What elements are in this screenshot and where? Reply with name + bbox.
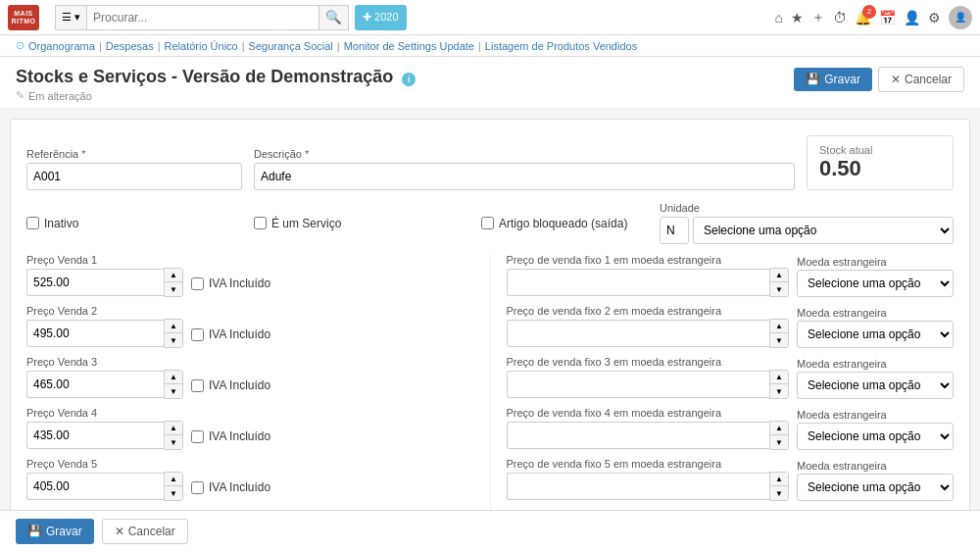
- row-ref-desc: Referência * Descrição * Stock atual 0.5…: [26, 135, 954, 190]
- moeda-3-group: Moeda estrangeira Selecione uma opção: [797, 358, 954, 399]
- spinner-f5: ▲ ▼: [769, 472, 789, 501]
- iva-2-checkbox[interactable]: [191, 328, 204, 341]
- preco-venda-5-label: Preço Venda 5: [26, 458, 183, 470]
- footer-cancel-button[interactable]: ✕ Cancelar: [102, 519, 188, 544]
- preco-venda-2-input[interactable]: [26, 320, 164, 347]
- preco-fixo-5-input[interactable]: [507, 473, 770, 500]
- spinner-f5-down[interactable]: ▼: [770, 486, 788, 500]
- preco-fixo-1-spinner: ▲ ▼: [507, 268, 790, 297]
- settings-icon[interactable]: ⚙: [928, 10, 941, 25]
- preco-venda-5-input[interactable]: [26, 473, 164, 500]
- header-cancel-button[interactable]: ✕ Cancelar: [878, 67, 964, 92]
- notification-icon[interactable]: 🔔 2: [855, 10, 871, 25]
- search-go-button[interactable]: 🔍: [319, 5, 349, 30]
- spinner-3-up[interactable]: ▲: [165, 371, 182, 384]
- sep3: |: [242, 40, 245, 52]
- spinner-f2-down[interactable]: ▼: [770, 333, 788, 347]
- topnav: MAIS RITMO ☰ ▾ 🔍 ✚ 2020 ⌂ ★ ＋ ⏱ 🔔 2 📅 👤 …: [0, 0, 980, 35]
- preco-fixo-3-input[interactable]: [507, 371, 770, 398]
- inativo-checkbox[interactable]: [26, 217, 39, 229]
- spinner-4-down[interactable]: ▼: [165, 435, 182, 449]
- spinner-1-down[interactable]: ▼: [165, 282, 182, 296]
- preco-fixo-5-row: Preço de venda fixo 5 em moeda estrangei…: [507, 458, 955, 501]
- breadcrumb-despesas[interactable]: Despesas: [106, 40, 154, 52]
- moeda-5-select[interactable]: Selecione uma opção: [797, 474, 954, 501]
- spinner-f2-up[interactable]: ▲: [770, 320, 788, 333]
- plus-icon[interactable]: ＋: [811, 9, 825, 26]
- moeda-3-select[interactable]: Selecione uma opção: [797, 372, 954, 399]
- eservico-label: É um Serviço: [271, 217, 341, 230]
- descricao-input[interactable]: [254, 163, 795, 190]
- prices-right: Preço de venda fixo 1 em moeda estrangei…: [490, 254, 955, 509]
- spinner-f3-up[interactable]: ▲: [770, 371, 788, 384]
- iva-5-checkbox[interactable]: [191, 481, 204, 494]
- breadcrumb-seguranca[interactable]: Segurança Social: [249, 40, 333, 52]
- stock-atual-box: Stock atual 0.50: [807, 135, 954, 190]
- spinner-f5-up[interactable]: ▲: [770, 473, 788, 486]
- spinner-1-up[interactable]: ▲: [165, 269, 182, 282]
- logo-icon: MAIS RITMO: [8, 5, 39, 30]
- preco-venda-1-input[interactable]: [26, 269, 164, 296]
- preco-venda-2-label: Preço Venda 2: [26, 305, 183, 317]
- preco-fixo-1-input[interactable]: [507, 269, 770, 296]
- spinner-f3-down[interactable]: ▼: [770, 384, 788, 398]
- footer-save-button[interactable]: 💾 Gravar: [16, 519, 94, 544]
- search-menu-button[interactable]: ☰ ▾: [55, 5, 86, 30]
- unidade-n-input[interactable]: [660, 217, 689, 244]
- group-unidade: Unidade Selecione uma opção: [660, 202, 954, 244]
- spinner-3-down[interactable]: ▼: [165, 384, 182, 398]
- preco-fixo-2-input[interactable]: [507, 320, 770, 347]
- moeda-2-select[interactable]: Selecione uma opção: [797, 321, 954, 348]
- spinner-2-up[interactable]: ▲: [165, 320, 182, 333]
- preco-fixo-5-label: Preço de venda fixo 5 em moeda estrangei…: [507, 458, 790, 470]
- preco-venda-3-input[interactable]: [26, 371, 164, 398]
- footer-cancel-icon: ✕: [115, 525, 124, 538]
- iva-4-checkbox[interactable]: [191, 430, 204, 443]
- page-footer: 💾 Gravar ✕ Cancelar: [0, 510, 980, 552]
- year-button[interactable]: ✚ 2020: [355, 5, 407, 30]
- unidade-label: Unidade: [660, 202, 954, 214]
- header-save-button[interactable]: 💾 Gravar: [794, 68, 872, 91]
- spinner-f1-up[interactable]: ▲: [770, 269, 788, 282]
- preco-venda-5-spinner: ▲ ▼: [26, 472, 183, 501]
- preco-fixo-2-label: Preço de venda fixo 2 em moeda estrangei…: [507, 305, 790, 317]
- prices-container: Preço Venda 1 ▲ ▼ IVA Incluído: [26, 254, 954, 509]
- moeda-4-select[interactable]: Selecione uma opção: [797, 423, 954, 450]
- spinner-f1-down[interactable]: ▼: [770, 282, 788, 296]
- spinner-2-down[interactable]: ▼: [165, 333, 182, 347]
- moeda-1-select[interactable]: Selecione uma opção: [797, 270, 954, 297]
- breadcrumb-listagem[interactable]: Listagem de Produtos Vendidos: [485, 40, 637, 52]
- preco-fixo-4-input[interactable]: [507, 422, 770, 449]
- clock-icon[interactable]: ⏱: [833, 10, 847, 25]
- user-icon[interactable]: 👤: [904, 10, 920, 25]
- artigo-bloqueado-checkbox[interactable]: [481, 217, 494, 229]
- preco-venda-2-row: Preço Venda 2 ▲ ▼ IVA Incluído: [26, 305, 474, 348]
- title-info-icon[interactable]: i: [402, 73, 416, 86]
- spinner-5-down[interactable]: ▼: [165, 486, 182, 500]
- star-icon[interactable]: ★: [791, 10, 804, 25]
- search-input[interactable]: [86, 5, 319, 30]
- spinner-5-up[interactable]: ▲: [165, 473, 182, 486]
- referencia-input[interactable]: [26, 163, 242, 190]
- breadcrumb-bar: ⊙ Organograma | Despesas | Relatório Úni…: [0, 35, 980, 57]
- calendar-icon[interactable]: 📅: [879, 10, 896, 25]
- iva-1-checkbox[interactable]: [191, 277, 204, 290]
- breadcrumb-monitor[interactable]: Monitor de Settings Update: [344, 40, 474, 52]
- page-subtitle: ✎ Em alteração: [16, 89, 416, 102]
- spinner-f4-up[interactable]: ▲: [770, 422, 788, 435]
- preco-venda-4-group: Preço Venda 4 ▲ ▼: [26, 407, 183, 450]
- iva-3-checkbox[interactable]: [191, 379, 204, 392]
- breadcrumb-organograma[interactable]: Organograma: [28, 40, 95, 52]
- avatar[interactable]: 👤: [949, 6, 972, 29]
- spinner-4-up[interactable]: ▲: [165, 422, 182, 435]
- eservico-checkbox[interactable]: [254, 217, 267, 229]
- spinner-f4-down[interactable]: ▼: [770, 435, 788, 449]
- preco-venda-5-row: Preço Venda 5 ▲ ▼ IVA Incluído: [26, 458, 474, 501]
- home-icon[interactable]: ⌂: [775, 10, 783, 25]
- preco-venda-4-input[interactable]: [26, 422, 164, 449]
- preco-fixo-3-group: Preço de venda fixo 3 em moeda estrangei…: [507, 356, 790, 399]
- preco-venda-2-spinner: ▲ ▼: [26, 319, 183, 348]
- preco-fixo-4-inline: Preço de venda fixo 4 em moeda estrangei…: [507, 407, 955, 450]
- unidade-select[interactable]: Selecione uma opção: [693, 217, 954, 244]
- breadcrumb-relatorio[interactable]: Relatório Único: [165, 40, 238, 52]
